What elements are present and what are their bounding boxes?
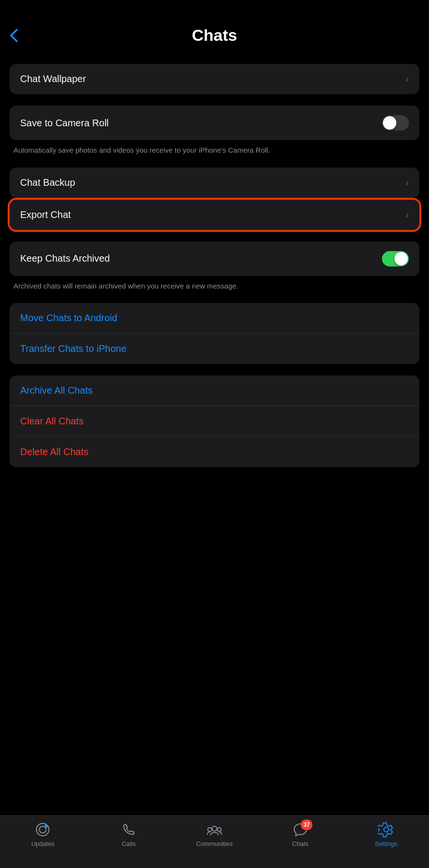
camera-roll-toggle[interactable] [382, 115, 409, 131]
transfer-card: Move Chats to Android Transfer Chats to … [10, 303, 419, 364]
transfer-section: Move Chats to Android Transfer Chats to … [10, 303, 419, 364]
clear-all-label: Clear All Chats [20, 416, 83, 427]
tab-calls[interactable]: Calls [86, 821, 172, 847]
transfer-iphone-row[interactable]: Transfer Chats to iPhone [10, 334, 419, 364]
archived-toggle-knob [394, 252, 408, 265]
backup-label: Chat Backup [20, 177, 75, 188]
camera-roll-card: Save to Camera Roll [10, 106, 419, 140]
move-android-row[interactable]: Move Chats to Android [10, 303, 419, 334]
export-chat-row[interactable]: Export Chat › [10, 200, 419, 230]
svg-point-6 [384, 827, 389, 832]
transfer-iphone-label: Transfer Chats to iPhone [20, 343, 127, 354]
backup-chevron: › [405, 177, 409, 188]
tab-settings[interactable]: Settings [343, 821, 429, 847]
tab-communities[interactable]: Communities [172, 821, 258, 847]
calls-icon [120, 821, 137, 838]
move-android-label: Move Chats to Android [20, 313, 117, 324]
svg-point-3 [212, 826, 217, 831]
manage-section: Archive All Chats Clear All Chats Delete… [10, 375, 419, 467]
tab-chats[interactable]: 37 Chats [257, 821, 343, 847]
archived-label: Keep Chats Archived [20, 253, 110, 264]
chats-badge: 37 [301, 820, 312, 830]
backup-card: Chat Backup › [10, 168, 419, 198]
archived-note: Archived chats will remain archived when… [10, 276, 419, 292]
communities-icon [206, 821, 223, 838]
settings-tab-label: Settings [375, 840, 397, 847]
clear-all-row[interactable]: Clear All Chats [10, 406, 419, 437]
updates-tab-label: Updates [31, 840, 54, 847]
tab-bar: Updates Calls Communities [0, 815, 429, 868]
camera-roll-note: Automatically save photos and videos you… [10, 140, 419, 156]
backup-export-section: Chat Backup › Export Chat › [10, 168, 419, 230]
settings-icon [378, 821, 394, 838]
svg-point-2 [45, 824, 48, 828]
chats-icon: 37 [292, 821, 309, 838]
archived-row[interactable]: Keep Chats Archived [10, 241, 419, 276]
header: Chats [0, 0, 429, 54]
svg-point-1 [39, 826, 46, 833]
wallpaper-label: Chat Wallpaper [20, 73, 86, 84]
content-area: Chat Wallpaper › Save to Camera Roll Aut… [0, 54, 429, 536]
export-chat-chevron: › [405, 209, 409, 220]
tab-updates[interactable]: Updates [0, 821, 86, 847]
wallpaper-chevron: › [405, 73, 409, 84]
archived-toggle[interactable] [382, 251, 409, 266]
svg-point-5 [217, 828, 221, 832]
manage-card: Archive All Chats Clear All Chats Delete… [10, 375, 419, 467]
export-chat-label: Export Chat [20, 209, 71, 220]
delete-all-label: Delete All Chats [20, 446, 88, 458]
archived-card: Keep Chats Archived [10, 241, 419, 276]
chats-tab-label: Chats [292, 840, 309, 847]
calls-tab-label: Calls [122, 840, 136, 847]
export-chat-card: Export Chat › [10, 200, 419, 230]
svg-point-4 [208, 828, 212, 832]
toggle-knob [383, 116, 396, 130]
communities-tab-label: Communities [196, 840, 233, 847]
delete-all-row[interactable]: Delete All Chats [10, 437, 419, 467]
wallpaper-card: Chat Wallpaper › [10, 64, 419, 94]
wallpaper-row[interactable]: Chat Wallpaper › [10, 64, 419, 94]
camera-roll-label: Save to Camera Roll [20, 118, 109, 129]
camera-roll-section: Save to Camera Roll Automatically save p… [10, 106, 419, 156]
camera-roll-row[interactable]: Save to Camera Roll [10, 106, 419, 140]
archive-all-row[interactable]: Archive All Chats [10, 375, 419, 406]
page-title: Chats [192, 26, 237, 45]
wallpaper-section: Chat Wallpaper › [10, 64, 419, 94]
archive-all-label: Archive All Chats [20, 385, 93, 396]
updates-icon [35, 821, 51, 838]
archived-section: Keep Chats Archived Archived chats will … [10, 241, 419, 292]
back-button[interactable] [10, 28, 18, 43]
backup-row[interactable]: Chat Backup › [10, 168, 419, 198]
